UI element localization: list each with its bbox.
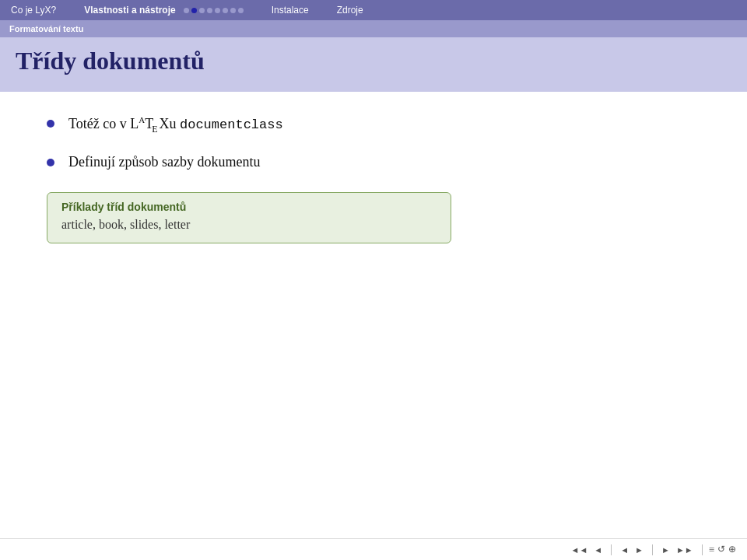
bullet-item-2: Definují způsob sazby dokumentu [47,154,700,170]
dot-6 [223,8,228,13]
dot-2 [191,8,197,13]
dot-8 [238,8,244,13]
dot-7 [230,8,236,13]
dot-4 [207,8,212,13]
bullet-dot-2 [47,159,54,166]
latex-logo: LATEX [130,116,169,131]
bottom-bar: ◄◄ ◄ ◄ ► ► ►► ≡ ↺ ⊕ [0,538,747,560]
nav-first-arrow[interactable]: ◄◄ [569,544,591,555]
nav-prev-section-arrow[interactable]: ◄ [591,544,605,555]
bullet-text-1: Totéž co v LATEXu documentclass [68,115,283,135]
example-content: article, book, slides, letter [61,218,437,232]
example-title: Příklady tříd dokumentů [61,201,437,213]
nav-prev-frame-arrow[interactable]: ◄ [618,544,631,555]
dot-5 [215,8,220,13]
top-nav-bar: Co je LyX? Vlastnosti a nástroje Instala… [0,0,747,20]
nav-sep-2 [652,544,653,555]
content-area: Totéž co v LATEXu documentclass Definují… [0,92,747,267]
nav-sep-1 [611,544,612,555]
nav-item-vlastnosti-label: Vlastnosti a nástroje [84,5,175,16]
progress-dots [184,8,244,13]
slide-title: Třídy dokumentů [16,47,731,75]
nav-item-co-je-lyx[interactable]: Co je LyX? [8,5,70,16]
dot-3 [199,8,205,13]
nav-item-zdroje[interactable]: Zdroje [323,5,377,16]
nav-menu-icon[interactable]: ↺ [717,544,725,555]
nav-prev-group: ◄◄ ◄ [569,544,605,555]
documentclass-code: documentclass [180,117,283,132]
bullet-list: Totéž co v LATEXu documentclass Definují… [47,115,700,170]
nav-next-frame-arrow[interactable]: ► [633,544,646,555]
section-bar: Formatování textu [0,20,747,37]
nav-item-vlastnosti[interactable]: Vlastnosti a nástroje [70,5,257,16]
nav-next-section-arrow[interactable]: ► [659,544,672,555]
slide-title-area: Třídy dokumentů [0,37,747,92]
nav-last-arrow[interactable]: ►► [674,544,696,555]
bullet-dot-1 [47,120,54,128]
nav-item-instalace[interactable]: Instalace [258,5,323,16]
bullet-text-2: Definují způsob sazby dokumentu [68,154,260,170]
nav-next-group: ► ►► [659,544,696,555]
nav-sep-3 [702,544,703,555]
section-label: Formatování textu [9,24,83,33]
example-block: Příklady tříd dokumentů article, book, s… [47,192,451,243]
nav-toc-icon[interactable]: ≡ [709,544,714,556]
dot-1 [184,8,189,13]
bullet-item-1: Totéž co v LATEXu documentclass [47,115,700,135]
nav-search-icon[interactable]: ⊕ [728,544,736,555]
nav-prev-frame-group: ◄ ► [618,544,646,555]
